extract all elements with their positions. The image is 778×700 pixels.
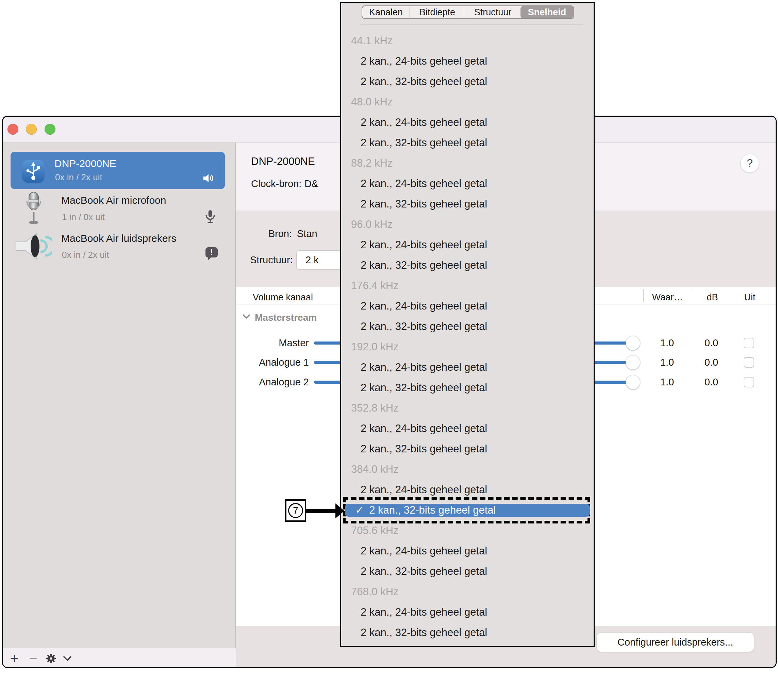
source-label: Bron: [239, 228, 292, 240]
zoom-button[interactable] [45, 124, 55, 135]
format-option[interactable]: 2 kan., 24-bits geheel getal [341, 296, 594, 316]
disclosure-chevron-icon[interactable] [242, 314, 250, 320]
mute-checkbox[interactable] [744, 338, 754, 348]
column-header-mute: Uit [735, 292, 765, 303]
step-7-callout: 7 [285, 499, 306, 522]
db-cell: 0.0 [694, 337, 729, 349]
rate-group-label: 44.1 kHz [341, 31, 594, 51]
remove-device-button[interactable]: − [25, 648, 41, 668]
screen: DNP-2000NE 0x in / 2x uit [0, 0, 778, 700]
volume-slider-knob[interactable] [626, 355, 640, 370]
sidebar-item-macbook-air-microfoon[interactable]: MacBook Air microfoon 1 in / 0x uit [10, 191, 225, 229]
channel-label: Analogue 1 [224, 356, 309, 368]
sample-rate-list: 44.1 kHz 2 kan., 24-bits geheel getal 2 … [341, 31, 594, 643]
callout-arrow-head [335, 503, 344, 518]
device-detail: 0x in / 2x uit [55, 172, 102, 182]
db-cell: 0.0 [694, 356, 729, 368]
microphone-icon [203, 209, 217, 227]
rate-group-label: 96.0 kHz [341, 214, 594, 235]
column-header-db: dB [697, 292, 728, 303]
format-option[interactable]: 2 kan., 32-bits geheel getal [341, 194, 594, 214]
clock-source-value: D& [305, 178, 318, 189]
sample-rate-popup: Kanalen Bitdiepte Structuur Snelheid 44.… [340, 2, 595, 647]
format-option[interactable]: 2 kan., 32-bits geheel getal [341, 378, 594, 398]
device-name: MacBook Air luidsprekers [61, 232, 176, 245]
format-dropdown[interactable]: 2 k [296, 250, 345, 270]
help-button[interactable]: ? [740, 154, 759, 173]
format-option[interactable]: 2 kan., 32-bits geheel getal [341, 439, 594, 459]
checkmark-icon: ✓ [355, 500, 364, 520]
channel-label: Analogue 2 [224, 376, 309, 388]
format-option[interactable]: 2 kan., 32-bits geheel getal [341, 133, 594, 153]
mute-checkbox[interactable] [744, 357, 754, 368]
tab-kanalen[interactable]: Kanalen [362, 6, 410, 18]
tab-bitdiepte[interactable]: Bitdiepte [410, 6, 465, 18]
format-option[interactable]: 2 kan., 24-bits geheel getal [341, 173, 594, 194]
format-option[interactable]: 2 kan., 24-bits geheel getal [341, 541, 594, 561]
tab-snelheid[interactable]: Snelheid [520, 6, 573, 18]
add-device-button[interactable]: + [7, 648, 22, 668]
stream-group-label: Masterstream [255, 312, 317, 323]
speaker-icon [202, 172, 215, 187]
selected-format-highlight: ✓ 2 kan., 32-bits geheel getal [345, 504, 590, 517]
tab-structuur[interactable]: Structuur [465, 6, 520, 18]
device-detail: 1 in / 0x uit [62, 212, 105, 222]
chevron-down-icon[interactable] [60, 648, 75, 668]
usb-icon [22, 159, 45, 185]
format-option[interactable]: 2 kan., 32-bits geheel getal [341, 316, 594, 337]
alert-bubble-icon: ! [204, 246, 219, 263]
column-divider [692, 289, 692, 302]
device-detail: 0x in / 2x uit [62, 250, 109, 260]
microphone-icon [25, 192, 43, 228]
selected-format-label: 2 kan., 32-bits geheel getal [369, 500, 496, 520]
close-button[interactable] [7, 124, 18, 135]
column-divider [643, 289, 644, 302]
rate-group-label: 88.2 kHz [341, 153, 594, 173]
volume-slider-knob[interactable] [626, 375, 640, 390]
clock-source-row: Clock-bron:D& [251, 178, 318, 190]
value-cell: 1.0 [650, 356, 685, 368]
volume-slider-knob[interactable] [626, 336, 640, 350]
sidebar-item-macbook-air-luidsprekers[interactable]: MacBook Air luidsprekers 0x in / 2x uit … [10, 229, 225, 267]
db-cell: 0.0 [694, 376, 729, 388]
column-divider [733, 289, 733, 302]
device-name: MacBook Air microfoon [61, 194, 166, 207]
rate-group-label: 192.0 kHz [341, 337, 594, 357]
speaker-icon [13, 230, 52, 263]
clock-source-label: Clock-bron: [251, 178, 305, 190]
rate-group-label: 48.0 kHz [341, 92, 594, 112]
device-name: DNP-2000NE [55, 157, 117, 170]
configure-speakers-button[interactable]: Configureer luidsprekers... [596, 632, 754, 652]
format-option[interactable]: 2 kan., 24-bits geheel getal [341, 602, 594, 622]
channel-label: Master [224, 337, 309, 349]
format-option[interactable]: 2 kan., 24-bits geheel getal [341, 235, 594, 255]
volume-channel-header: Volume kanaal [253, 292, 313, 303]
format-option[interactable]: 2 kan., 32-bits geheel getal [341, 255, 594, 275]
callout-arrow [306, 509, 336, 513]
value-cell: 1.0 [650, 337, 685, 349]
format-option[interactable]: 2 kan., 24-bits geheel getal [341, 357, 594, 378]
rate-group-label: 705.6 kHz [341, 520, 594, 541]
format-option[interactable]: 2 kan., 24-bits geheel getal [341, 112, 594, 133]
rate-group-label: 176.4 kHz [341, 275, 594, 296]
format-option[interactable]: 2 kan., 24-bits geheel getal [341, 418, 594, 439]
sidebar-footer: + − [3, 648, 236, 668]
sidebar-item-dnp-2000ne[interactable]: DNP-2000NE 0x in / 2x uit [10, 152, 225, 189]
format-option[interactable]: 2 kan., 32-bits geheel getal [341, 72, 594, 92]
format-option-selected[interactable]: ✓ 2 kan., 32-bits geheel getal [341, 500, 594, 520]
step-number: 7 [288, 503, 303, 518]
format-option[interactable]: 2 kan., 24-bits geheel getal [341, 51, 594, 72]
minimize-button[interactable] [26, 124, 37, 135]
value-cell: 1.0 [650, 376, 685, 388]
source-value: Stan [297, 228, 317, 240]
tabs-divider [361, 25, 583, 25]
rate-group-label: 768.0 kHz [341, 582, 594, 602]
gear-icon[interactable] [43, 648, 59, 668]
format-option[interactable]: 2 kan., 32-bits geheel getal [341, 622, 594, 643]
format-tabs: Kanalen Bitdiepte Structuur Snelheid [362, 5, 574, 19]
format-option[interactable]: 2 kan., 32-bits geheel getal [341, 561, 594, 582]
svg-text:!: ! [210, 248, 213, 257]
rate-group-label: 352.8 kHz [341, 398, 594, 418]
mute-checkbox[interactable] [744, 377, 754, 387]
rate-group-label: 384.0 kHz [341, 459, 594, 480]
